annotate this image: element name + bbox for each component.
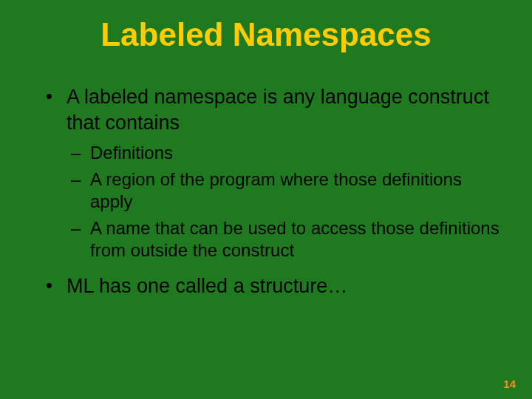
sub-bullet-text: Definitions	[90, 143, 173, 163]
sub-bullet-item: A name that can be used to access those …	[71, 217, 502, 262]
sub-bullet-text: A region of the program where those defi…	[90, 169, 462, 211]
slide-body: A labeled namespace is any language cons…	[0, 61, 532, 299]
sub-bullet-item: A region of the program where those defi…	[71, 168, 502, 213]
page-number: 14	[503, 378, 516, 390]
slide-title: Labeled Namespaces	[0, 0, 532, 61]
bullet-text: A labeled namespace is any language cons…	[66, 86, 489, 134]
bullet-item: ML has one called a structure…	[44, 273, 502, 299]
bullet-item: A labeled namespace is any language cons…	[44, 84, 502, 136]
slide: Labeled Namespaces A labeled namespace i…	[0, 0, 532, 399]
sub-bullet-item: Definitions	[71, 142, 502, 164]
bullet-text: ML has one called a structure…	[66, 275, 347, 297]
sub-bullet-text: A name that can be used to access those …	[90, 218, 499, 260]
